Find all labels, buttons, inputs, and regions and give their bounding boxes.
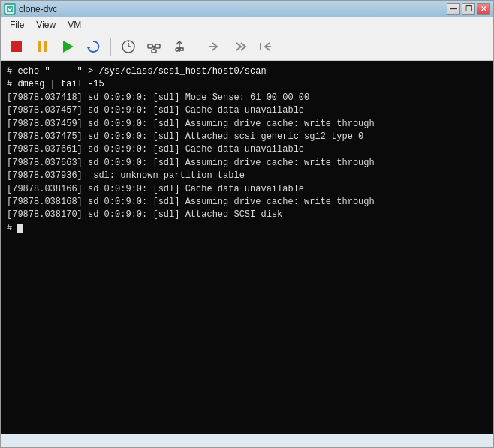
title-bar: clone-dvc — ❐ ✕ — [1, 1, 493, 17]
svg-rect-10 — [148, 44, 152, 48]
svg-rect-18 — [180, 48, 183, 50]
title-bar-left: clone-dvc — [4, 3, 57, 15]
terminal-line-1: # dmesg | tail -15 — [7, 78, 487, 91]
close-button[interactable]: ✕ — [477, 3, 490, 15]
send-ctrl-button[interactable] — [229, 36, 252, 57]
menu-view[interactable]: View — [30, 18, 62, 32]
svg-rect-14 — [152, 50, 156, 53]
svg-point-9 — [128, 41, 129, 42]
svg-rect-0 — [6, 5, 14, 13]
svg-rect-3 — [44, 41, 47, 52]
status-bar — [1, 434, 493, 447]
usb-button[interactable] — [168, 36, 191, 57]
svg-marker-5 — [86, 47, 91, 50]
app-icon — [4, 3, 16, 15]
stop-button[interactable] — [5, 36, 28, 57]
terminal-line-0: # echo "– – –" > /sys/class/scsi_host/ho… — [7, 65, 487, 78]
snapshot-button[interactable] — [117, 36, 140, 57]
window-controls: — ❐ ✕ — [447, 3, 490, 15]
terminal-line-11: [79878.038170] sd 0:0:9:0: [sdl] Attache… — [7, 209, 487, 221]
terminal-line-10: [79878.038168] sd 0:0:9:0: [sdl] Assumin… — [7, 196, 487, 209]
svg-marker-4 — [63, 41, 74, 53]
separator-1 — [110, 38, 111, 56]
separator-2 — [197, 38, 197, 56]
terminal-line-6: [79878.037661] sd 0:0:9:0: [sdl] Cache d… — [7, 143, 487, 156]
terminal-line-4: [79878.037459] sd 0:0:9:0: [sdl] Assumin… — [7, 118, 487, 131]
terminal-area: # echo "– – –" > /sys/class/scsi_host/ho… — [1, 61, 493, 434]
refresh-button[interactable] — [82, 36, 104, 57]
menu-vm[interactable]: VM — [62, 18, 87, 32]
terminal-line-5: [79878.037475] sd 0:0:9:0: [sdl] Attache… — [7, 131, 487, 143]
main-window: clone-dvc — ❐ ✕ File View VM — [0, 0, 494, 448]
disconnect-button[interactable] — [255, 36, 277, 57]
svg-rect-1 — [11, 41, 22, 52]
terminal-line-3: [79878.037457] sd 0:0:9:0: [sdl] Cache d… — [7, 104, 487, 117]
svg-rect-2 — [38, 41, 41, 52]
terminal-line-2: [79878.037418] sd 0:0:9:0: [sdl] Mode Se… — [7, 92, 487, 104]
terminal-cursor — [17, 224, 23, 233]
share-button[interactable] — [203, 36, 226, 57]
minimize-button[interactable]: — — [447, 3, 460, 15]
terminal-prompt-line: # — [7, 222, 487, 235]
terminal-line-7: [79878.037663] sd 0:0:9:0: [sdl] Assumin… — [7, 157, 487, 170]
pause-button[interactable] — [31, 36, 53, 57]
window-title: clone-dvc — [19, 4, 57, 14]
svg-point-17 — [176, 48, 179, 51]
terminal-line-8: [79878.037936] sdl: unknown partition ta… — [7, 170, 487, 182]
terminal-line-9: [79878.038166] sd 0:0:9:0: [sdl] Cache d… — [7, 183, 487, 196]
toolbar — [1, 32, 493, 61]
menu-bar: File View VM — [1, 17, 493, 32]
prompt-hash: # — [7, 223, 12, 233]
menu-file[interactable]: File — [4, 18, 30, 32]
network-button[interactable] — [143, 36, 165, 57]
restore-button[interactable]: ❐ — [462, 3, 475, 15]
svg-rect-11 — [155, 44, 160, 48]
start-button[interactable] — [56, 36, 79, 57]
